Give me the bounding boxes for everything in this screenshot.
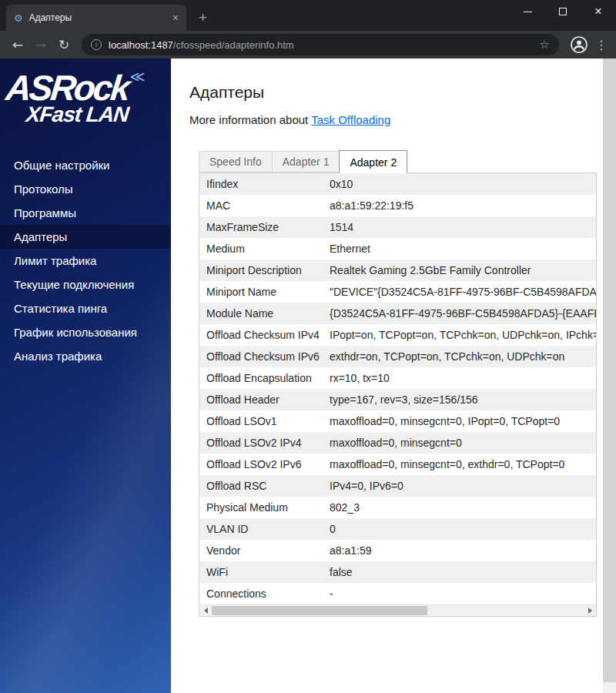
- row-key: Ifindex: [199, 178, 330, 190]
- table-row: Offload Checksum IPv4IPopt=on, TCPopt=on…: [199, 324, 596, 346]
- row-value: {D3524C5A-81FF-4975-96BF-C5B4598AFDA5}-{…: [330, 307, 596, 320]
- logo-xfastlan-text: XFast LAN: [25, 102, 167, 127]
- browser-tab[interactable]: ⚙ Адаптеры ×: [6, 5, 186, 31]
- tab-adapter-2[interactable]: Adapter 2: [339, 150, 407, 173]
- row-value: -: [330, 588, 596, 600]
- tab-adapter-1[interactable]: Adapter 1: [272, 151, 340, 172]
- sidebar-item-programs[interactable]: Программы: [0, 201, 171, 225]
- minimize-button[interactable]: [510, 0, 545, 23]
- gear-favicon-icon: ⚙: [14, 12, 23, 24]
- row-key: Offload LSOv2 IPv4: [199, 437, 330, 449]
- sidebar-item-protocols[interactable]: Протоколы: [0, 177, 171, 201]
- minimize-icon: [524, 12, 532, 12]
- tab-speed-info[interactable]: Speed Info: [199, 151, 273, 172]
- sidebar-item-general-settings[interactable]: Общие настройки: [0, 153, 171, 177]
- row-key: Physical Medium: [199, 501, 330, 514]
- row-value: false: [330, 566, 596, 578]
- row-value: "DEVICE"{D3524C5A-81FF-4975-96BF-C5B4598…: [330, 286, 596, 298]
- table-row: Connections-: [199, 583, 596, 604]
- row-value: 0: [330, 523, 596, 535]
- table-row: WiFifalse: [199, 561, 596, 583]
- table-row: MediumEthernet: [199, 238, 596, 259]
- forward-button[interactable]: →: [29, 34, 52, 55]
- row-value: IPopt=on, TCPopt=on, TCPchk=on, UDPchk=o…: [330, 329, 596, 341]
- row-key: Offload Checksum IPv6: [199, 350, 330, 363]
- row-value: 1514: [330, 221, 596, 233]
- table-row: Miniport Name"DEVICE"{D3524C5A-81FF-4975…: [199, 281, 596, 303]
- row-value: Ethernet: [330, 243, 596, 255]
- browser-menu-button[interactable]: ⋮: [593, 38, 610, 52]
- row-value: 802_3: [330, 501, 596, 514]
- table-row: Offload Encapsulationrx=10, tx=10: [199, 367, 596, 389]
- row-value: maxoffload=0, minsegcnt=0: [330, 437, 596, 449]
- address-bar[interactable]: i localhost:1487/cfosspeed/adapterinfo.h…: [82, 34, 559, 55]
- row-key: Offload RSC: [199, 480, 330, 492]
- table-row: Offload LSOv2 IPv6maxoffload=0, minsegcn…: [199, 454, 596, 475]
- back-button[interactable]: ←: [6, 34, 29, 55]
- close-button[interactable]: ×: [581, 0, 616, 23]
- window-controls: ×: [510, 0, 616, 23]
- sidebar-item-traffic-analysis[interactable]: Анализ трафика: [0, 344, 171, 368]
- sidebar-item-traffic-limit[interactable]: Лимит трафика: [0, 249, 171, 273]
- row-value: rx=10, tx=10: [330, 372, 596, 384]
- page-vertical-scrollbar[interactable]: [603, 59, 616, 693]
- sidebar-item-current-connections[interactable]: Текущие подключения: [0, 273, 171, 296]
- table-row: Offload Headertype=167, rev=3, size=156/…: [199, 389, 596, 410]
- table-body: Ifindex0x10 MACa8:a1:59:22:19:f5 MaxFram…: [199, 173, 596, 604]
- table-row: Offload LSOv1maxoffload=0, minsegcnt=0, …: [199, 410, 596, 432]
- info-prefix-text: More information about: [189, 113, 311, 126]
- row-key: Offload Encapsulation: [199, 372, 330, 384]
- row-key: Medium: [199, 243, 330, 255]
- info-line: More information about Task Offloading: [189, 113, 603, 126]
- new-tab-button[interactable]: +: [199, 10, 207, 25]
- horizontal-scroll-thumb[interactable]: [212, 606, 427, 615]
- table-row: Module Name{D3524C5A-81FF-4975-96BF-C5B4…: [199, 303, 596, 324]
- sidebar-item-usage-graph[interactable]: График использования: [0, 320, 171, 344]
- row-key: Offload Header: [199, 393, 330, 406]
- asrock-xfastlan-logo: ASRock≪ XFast LAN: [0, 59, 171, 127]
- info-icon[interactable]: i: [91, 39, 102, 50]
- row-key: Miniport Name: [199, 286, 330, 298]
- row-key: Offload LSOv1: [199, 415, 330, 427]
- url-text: localhost:1487/cfosspeed/adapterinfo.htm: [109, 39, 533, 51]
- sidebar-item-ping-statistics[interactable]: Статистика пинга: [0, 296, 171, 320]
- table-row: Offload Checksum IPv6exthdr=on, TCPopt=o…: [199, 346, 596, 367]
- task-offloading-link[interactable]: Task Offloading: [311, 113, 390, 126]
- maximize-button[interactable]: [545, 0, 581, 23]
- url-path: /cfosspeed/adapterinfo.htm: [173, 39, 294, 51]
- main-panel: Адаптеры More information about Task Off…: [171, 59, 603, 693]
- maximize-icon: [559, 8, 567, 15]
- sidebar-item-adapters[interactable]: Адаптеры: [0, 225, 171, 249]
- vertical-scroll-thumb[interactable]: [603, 59, 616, 682]
- url-host: localhost:1487: [109, 39, 173, 51]
- bookmark-star-icon[interactable]: ☆: [540, 38, 550, 52]
- row-value: type=167, rev=3, size=156/156: [330, 393, 596, 406]
- row-value: 0x10: [330, 178, 596, 190]
- sidebar-nav: Общие настройки Протоколы Программы Адап…: [0, 153, 171, 368]
- row-value: IPv4=0, IPv6=0: [330, 480, 596, 492]
- row-key: MaxFrameSize: [199, 221, 330, 233]
- table-row: Ifindex0x10: [199, 173, 596, 195]
- reload-button[interactable]: ↻: [52, 34, 75, 55]
- row-key: Offload Checksum IPv4: [199, 329, 330, 341]
- row-value: maxoffload=0, minsegcnt=0, exthdr=0, TCP…: [330, 458, 596, 470]
- row-value: exthdr=on, TCPopt=on, TCPchk=on, UDPchk=…: [330, 350, 596, 363]
- table-row: Offload LSOv2 IPv4maxoffload=0, minsegcn…: [199, 432, 596, 454]
- row-key: MAC: [199, 199, 330, 212]
- table-row: Vendora8:a1:59: [199, 540, 596, 561]
- adapter-tabs: Speed Info Adapter 1 Adapter 2: [199, 150, 603, 172]
- browser-toolbar: ← → ↻ i localhost:1487/cfosspeed/adapter…: [0, 31, 616, 59]
- browser-titlebar: ⚙ Адаптеры × + ×: [0, 0, 616, 31]
- tab-close-icon[interactable]: ×: [172, 12, 179, 23]
- row-key: Module Name: [199, 307, 330, 320]
- horizontal-scroll-track[interactable]: [212, 605, 584, 616]
- profile-avatar-icon[interactable]: [570, 35, 588, 54]
- row-value: maxoffload=0, minsegcnt=0, IPopt=0, TCPo…: [330, 415, 596, 427]
- table-row: Physical Medium802_3: [199, 497, 596, 518]
- table-horizontal-scrollbar[interactable]: [199, 604, 596, 616]
- browser-window: ⚙ Адаптеры × + × ← → ↻ i localhost:1487/…: [0, 0, 616, 693]
- scroll-right-arrow-icon[interactable]: [584, 605, 596, 616]
- logo-asrock-text: ASRock: [5, 70, 130, 105]
- row-key: WiFi: [199, 566, 330, 578]
- scroll-left-arrow-icon[interactable]: [199, 605, 212, 616]
